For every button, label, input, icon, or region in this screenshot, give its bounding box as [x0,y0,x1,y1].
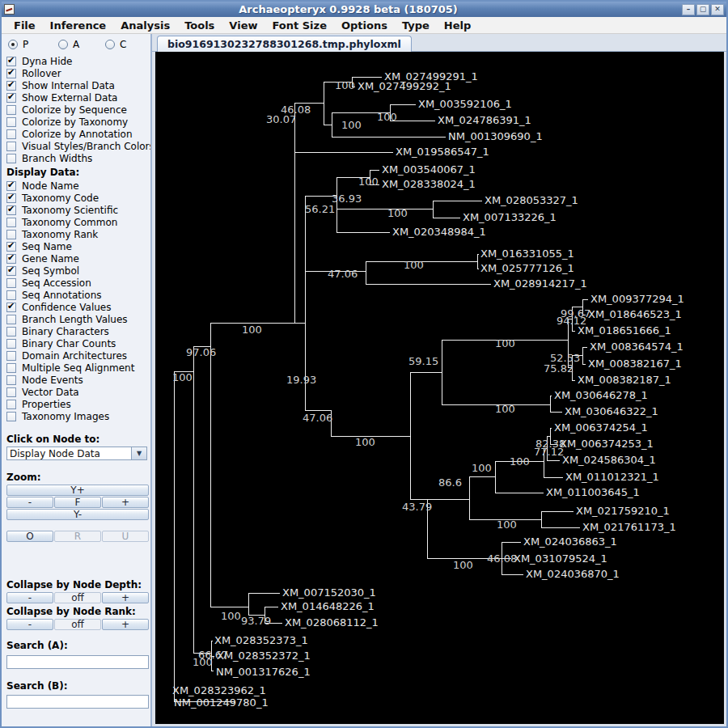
leaf-label[interactable]: XM_003540067_1 [382,163,476,176]
leaf-label[interactable]: XM_024036870_1 [526,568,620,580]
search-a-input[interactable] [6,655,149,669]
leaf-label[interactable]: XM_028914217_1 [493,277,587,290]
leaf-label[interactable]: XM_028352373_1 [214,634,308,646]
checkbox-unchecked[interactable] [6,142,16,151]
uncollapse-button[interactable]: U [102,531,149,542]
checkbox-unchecked[interactable] [6,129,16,139]
leaf-label[interactable]: XM_011003645_1 [546,486,640,498]
checkbox-checked[interactable] [6,205,16,215]
collapse-rank-plus-button[interactable]: + [102,619,149,630]
leaf-label[interactable]: XM_030646322_1 [565,405,658,417]
collapse-rank-minus-button[interactable]: - [6,619,53,630]
leaf-label[interactable]: XM_018651666_1 [578,324,671,336]
menu-view[interactable]: View [222,19,265,32]
zoom-y-minus-button[interactable]: Y- [6,509,149,520]
leaf-label[interactable]: NM_001317626_1 [216,666,311,678]
return-button[interactable]: R [54,531,101,542]
leaf-label[interactable]: XM_024036863_1 [523,535,617,548]
radio-icon[interactable] [105,40,115,49]
leaf-label[interactable]: XM_028352372_1 [217,650,311,662]
checkbox-unchecked[interactable] [6,387,16,397]
checkbox-unchecked[interactable] [6,315,16,324]
checkbox-unchecked[interactable] [6,363,16,373]
leaf-label[interactable]: XM_021759210_1 [576,505,670,517]
checkbox-unchecked[interactable] [6,290,16,300]
leaf-label[interactable]: XM_008364574_1 [590,341,684,353]
checkbox-checked[interactable] [6,81,16,91]
leaf-label[interactable]: XM_009377294_1 [590,293,684,305]
leaf-label[interactable]: XM_028053327_1 [485,194,578,206]
leaf-label[interactable]: XM_025777126_1 [480,262,574,274]
radio-option-a[interactable]: A [58,39,79,50]
checkbox-checked[interactable] [6,303,16,312]
leaf-label[interactable]: NM_001249780_1 [174,696,269,709]
checkbox-unchecked[interactable] [6,339,16,349]
leaf-label[interactable]: XM_007133226_1 [463,211,557,223]
checkbox-checked[interactable] [6,242,16,252]
checkbox-unchecked[interactable] [6,327,16,336]
leaf-label[interactable]: XM_028323962_1 [172,684,266,696]
menu-font-size[interactable]: Font Size [265,19,333,32]
leaf-label[interactable]: XM_024586304_1 [562,454,656,466]
zoom-plus-button[interactable]: + [102,497,149,508]
menu-inference[interactable]: Inference [43,19,114,32]
radio-option-c[interactable]: C [105,39,126,50]
radio-icon[interactable] [8,40,18,49]
checkbox-unchecked[interactable] [6,218,16,227]
search-b-input[interactable] [6,695,149,709]
menu-options[interactable]: Options [334,19,395,32]
leaf-label[interactable]: XM_030646278_1 [554,389,648,401]
checkbox-unchecked[interactable] [6,154,16,163]
leaf-label[interactable]: XM_008382167_1 [588,358,682,370]
menu-help[interactable]: Help [437,19,478,32]
leaf-label[interactable]: XM_019586547_1 [396,146,489,158]
menu-tools[interactable]: Tools [177,19,222,32]
checkbox-checked[interactable] [6,181,16,191]
leaf-label[interactable]: XM_021761173_1 [582,521,676,533]
close-button[interactable]: ✕ [711,4,724,15]
leaf-label[interactable]: XM_027499292_1 [358,80,451,92]
checkbox-unchecked[interactable] [6,117,16,127]
checkbox-unchecked[interactable] [6,230,16,239]
checkbox-unchecked[interactable] [6,400,16,409]
leaf-label[interactable]: XM_006374253_1 [560,438,654,450]
checkbox-checked[interactable] [6,193,16,203]
checkbox-unchecked[interactable] [6,105,16,115]
checkbox-unchecked[interactable] [6,278,16,288]
collapse-depth-minus-button[interactable]: - [6,592,53,603]
leaf-label[interactable]: XM_028338024_1 [382,178,476,190]
leaf-label[interactable]: XM_011012321_1 [565,471,659,483]
checkbox-checked[interactable] [6,266,16,276]
checkbox-checked[interactable] [6,69,16,78]
maximize-button[interactable]: ▢ [696,4,709,15]
leaf-label[interactable]: NM_001309690_1 [448,130,543,142]
leaf-label[interactable]: XM_024786391_1 [438,114,531,126]
leaf-label[interactable]: XM_018646523_1 [588,308,682,320]
radio-icon[interactable] [58,40,68,49]
leaf-label[interactable]: XM_006374254_1 [554,421,648,434]
order-button[interactable]: O [6,531,53,542]
radio-option-p[interactable]: P [8,39,28,50]
leaf-label[interactable]: XM_031079524_1 [514,552,607,565]
collapse-depth-plus-button[interactable]: + [102,592,149,603]
zoom-y-plus-button[interactable]: Y+ [6,485,149,496]
menu-file[interactable]: File [6,19,43,32]
checkbox-unchecked[interactable] [6,375,16,385]
checkbox-checked[interactable] [6,93,16,103]
leaf-label[interactable]: XM_020348984_1 [392,226,486,238]
checkbox-unchecked[interactable] [6,351,16,361]
menu-analysis[interactable]: Analysis [113,19,177,32]
checkbox-unchecked[interactable] [6,412,16,421]
zoom-fit-button[interactable]: F [54,497,101,508]
leaf-label[interactable]: XM_014648226_1 [281,600,375,612]
leaf-label[interactable]: XM_008382187_1 [578,374,671,386]
leaf-label[interactable]: XM_003592106_1 [418,98,512,110]
zoom-minus-button[interactable]: - [6,497,53,508]
leaf-label[interactable]: XM_016331055_1 [480,248,574,260]
checkbox-checked[interactable] [6,254,16,264]
menu-type[interactable]: Type [395,19,437,32]
minimize-button[interactable]: – [682,4,695,15]
click-on-node-dropdown[interactable]: Display Node Data ▼ [6,447,147,460]
phylogenetic-tree-canvas[interactable]: XM_027499291_1XM_027499292_1XM_003592106… [155,52,724,724]
leaf-label[interactable]: XM_028068112_1 [285,616,379,629]
